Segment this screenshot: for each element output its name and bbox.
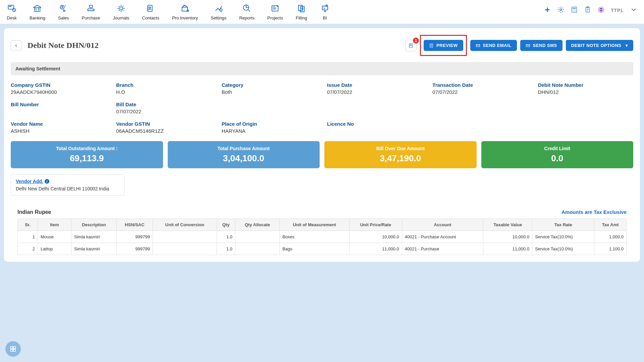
clipboard-icon[interactable] <box>584 6 591 14</box>
desk-icon <box>7 3 17 13</box>
info-bill-number: Bill Number <box>11 102 106 114</box>
nav-projects[interactable]: Projects <box>267 3 283 20</box>
send-sms-button[interactable]: SEND SMS <box>520 40 562 51</box>
nav-inventory-label: Pro Inventory <box>172 15 198 20</box>
svg-rect-5 <box>89 5 92 8</box>
debit-note-options-button[interactable]: DEBIT NOTE OPTIONS ▾ <box>566 40 633 51</box>
currency-label: Indian Rupee <box>17 209 51 215</box>
bi-icon <box>320 3 330 13</box>
nav-journals[interactable]: Journals <box>113 3 129 20</box>
status-bar: Awaiting Settlement <box>11 62 633 75</box>
card-purchase: Total Purchase Amount3,04,100.0 <box>168 141 320 168</box>
summary-cards: Total Outstanding Amount :69,113.9 Total… <box>11 141 633 168</box>
calculator-icon[interactable] <box>571 6 578 14</box>
projects-icon <box>270 3 280 13</box>
card-credit-limit: Credit Limit0.0 <box>481 141 634 168</box>
svg-rect-21 <box>573 8 576 9</box>
vendor-add-label[interactable]: Vendor Add. i <box>16 179 49 184</box>
info-company-gstin: Company GSTIN29AADCK7940H000 <box>11 82 106 95</box>
table-header: Sr. Item Description HSN/SAC Unit of Con… <box>18 219 627 231</box>
nav-right: NEW TTPL <box>544 3 637 14</box>
sales-icon <box>58 3 68 13</box>
info-vendor-gstin: Vendor GSTIN06AADCM5146R1ZZ <box>116 121 211 134</box>
svg-point-4 <box>63 10 65 12</box>
svg-point-25 <box>573 11 573 12</box>
nav-settings[interactable]: Settings <box>211 3 226 20</box>
preview-label: PREVIEW <box>436 43 458 48</box>
nav-inventory[interactable]: Pro Inventory <box>172 3 198 20</box>
add-icon[interactable] <box>544 6 551 14</box>
card-overdue: Bill Over Due Amount3,47,190.0 <box>324 141 477 168</box>
card-outstanding: Total Outstanding Amount :69,113.9 <box>11 141 163 168</box>
send-email-label: SEND EMAIL <box>483 43 512 48</box>
nav-journals-label: Journals <box>113 15 129 20</box>
caret-down-icon: ▾ <box>626 43 628 48</box>
gear-icon[interactable] <box>557 6 565 14</box>
svg-point-3 <box>65 5 66 7</box>
back-button[interactable] <box>11 40 21 51</box>
contacts-icon <box>146 3 156 13</box>
nav-settings-label: Settings <box>211 15 226 20</box>
filling-icon <box>297 3 307 13</box>
vendor-address-box: Vendor Add. i Delhi New Delhi Central DE… <box>11 174 125 196</box>
nav-banking-label: Banking <box>30 15 45 20</box>
nav-items: Desk Banking Sales Purchase Journals Con… <box>7 3 330 20</box>
info-transaction-date: Transaction Date07/07/2022 <box>432 82 528 95</box>
attachment-button[interactable]: 1 <box>405 40 417 51</box>
preview-button[interactable]: PREVIEW <box>424 40 463 51</box>
svg-point-26 <box>574 11 575 12</box>
inventory-icon <box>180 3 190 13</box>
item-link[interactable]: Lattop <box>38 243 71 255</box>
nav-filling-label: Filling <box>296 15 307 20</box>
new-badge-icon[interactable]: NEW <box>597 6 605 14</box>
nav-banking[interactable]: Banking <box>30 3 45 20</box>
settings-icon <box>214 3 224 13</box>
svg-point-19 <box>560 9 562 11</box>
nav-sales[interactable]: Sales <box>58 3 69 20</box>
svg-point-8 <box>149 7 151 8</box>
info-place-of-origin: Place of OriginHARYANA <box>222 121 317 134</box>
item-link[interactable]: Mouse <box>38 231 71 243</box>
reports-icon <box>242 3 252 13</box>
nav-desk-label: Desk <box>7 15 17 20</box>
svg-point-23 <box>574 10 575 10</box>
nav-purchase-label: Purchase <box>82 15 100 20</box>
nav-sales-label: Sales <box>58 15 69 20</box>
info-issue-date: Issue Date07/07/2022 <box>327 82 422 95</box>
page-title: Debit Note DHN/012 <box>28 41 99 50</box>
nav-projects-label: Projects <box>267 15 283 20</box>
svg-rect-9 <box>182 7 187 11</box>
svg-point-14 <box>277 5 278 7</box>
nav-contacts-label: Contacts <box>142 15 159 20</box>
nav-desk[interactable]: Desk <box>7 3 17 20</box>
svg-point-27 <box>575 11 576 12</box>
nav-bi-label: BI <box>323 15 327 20</box>
send-sms-label: SEND SMS <box>533 43 557 48</box>
page-header: Debit Note DHN/012 1 PREVIEW SEND EMAIL <box>11 35 633 56</box>
info-icon: i <box>45 179 49 184</box>
tax-note: Amounts are Tax Exclusive <box>561 209 627 215</box>
nav-contacts[interactable]: Contacts <box>142 3 159 20</box>
send-email-button[interactable]: SEND EMAIL <box>470 40 517 51</box>
table-row: 2 Lattop Simla kasmiri 999799 1.0 Bags 1… <box>18 243 627 255</box>
info-branch: BranchH.O <box>116 82 211 95</box>
table-row: 1 Mouse Simla kasmiri 999799 1.0 Boxes 1… <box>18 231 627 243</box>
chevron-down-icon[interactable] <box>630 6 637 14</box>
svg-point-11 <box>220 9 222 11</box>
vendor-address-value: Delhi New Delhi Central DELHI 110002 Ind… <box>16 186 120 191</box>
nav-filling[interactable]: Filling <box>296 3 307 20</box>
company-label: TTPL <box>611 8 624 13</box>
options-label: DEBIT NOTE OPTIONS <box>571 43 622 48</box>
info-licence-no: Licence No <box>327 121 422 134</box>
svg-point-18 <box>326 5 327 7</box>
attachment-badge: 1 <box>413 38 419 44</box>
svg-text:NEW: NEW <box>599 9 603 11</box>
nav-purchase[interactable]: Purchase <box>82 3 100 20</box>
items-table: Sr. Item Description HSN/SAC Unit of Con… <box>17 219 627 255</box>
nav-reports[interactable]: Reports <box>239 3 255 20</box>
table-header-row: Indian Rupee Amounts are Tax Exclusive <box>11 209 633 215</box>
svg-point-22 <box>573 10 573 10</box>
svg-point-6 <box>119 7 122 10</box>
nav-bi[interactable]: BI <box>320 3 330 20</box>
info-bill-date: Bill Date07/07/2022 <box>116 102 211 114</box>
